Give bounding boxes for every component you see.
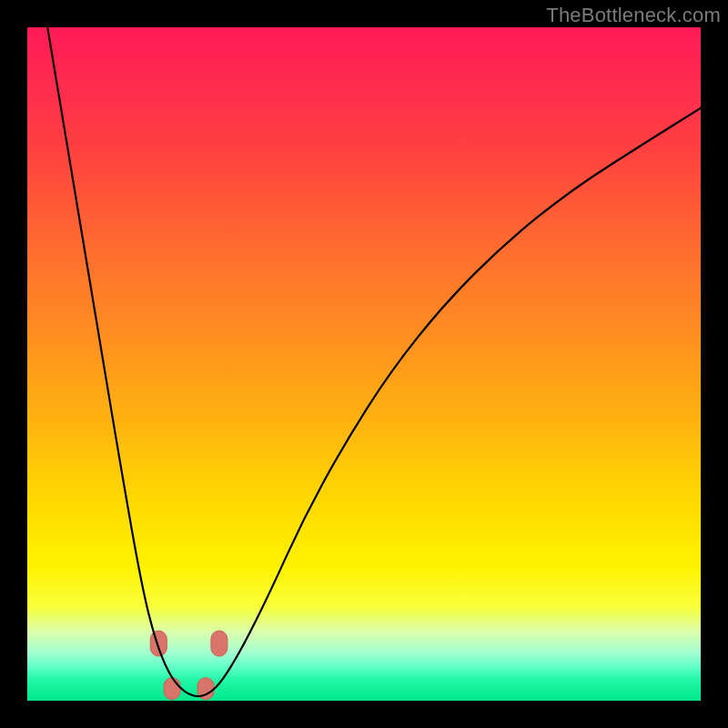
marker-group: [150, 631, 228, 700]
curve-marker: [211, 631, 228, 656]
curve-marker: [150, 631, 167, 656]
chart-frame: TheBottleneck.com: [0, 0, 728, 728]
curve-marker: [164, 678, 180, 700]
plot-area: [27, 27, 701, 701]
watermark-text: TheBottleneck.com: [546, 4, 721, 27]
bottleneck-curve: [47, 27, 701, 696]
curve-svg: [27, 27, 701, 701]
